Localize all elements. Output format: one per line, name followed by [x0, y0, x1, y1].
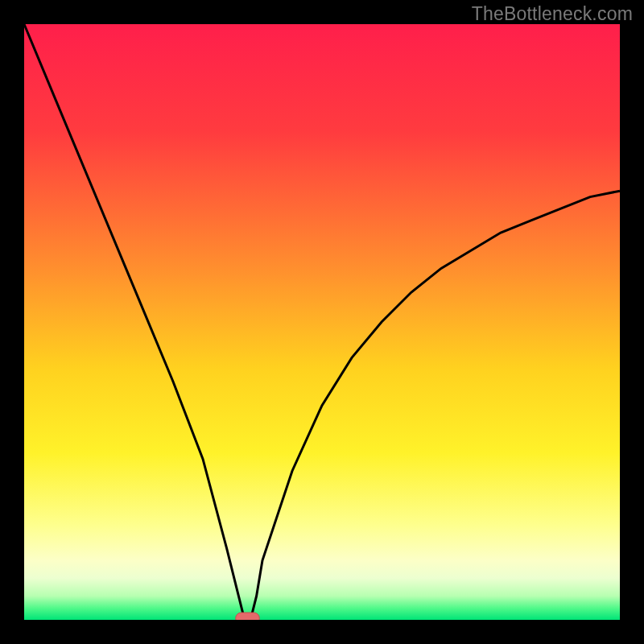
frame-right	[620, 0, 644, 644]
frame-bottom	[0, 620, 644, 644]
attribution-text: TheBottleneck.com	[472, 3, 633, 25]
frame-left	[0, 0, 24, 644]
chart-container: TheBottleneck.com	[0, 0, 644, 644]
plot-background	[24, 24, 620, 620]
bottleneck-chart	[0, 0, 644, 644]
